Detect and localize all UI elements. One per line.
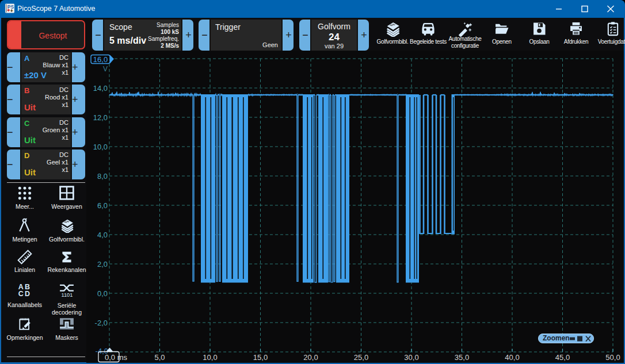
svg-text:6,0: 6,0 <box>97 201 108 210</box>
svg-text:PS: PS <box>7 4 14 10</box>
svg-text:15,0: 15,0 <box>253 353 268 362</box>
svg-text:16,0: 16,0 <box>93 55 108 64</box>
svg-text:4,0: 4,0 <box>97 231 108 239</box>
svg-text:25,0: 25,0 <box>354 353 368 362</box>
svg-text:14,0: 14,0 <box>93 84 108 93</box>
svg-text:40,0: 40,0 <box>505 353 519 362</box>
svg-text:12,0: 12,0 <box>93 113 108 122</box>
svg-text:10,0: 10,0 <box>93 143 108 151</box>
svg-text:-2,0: -2,0 <box>95 319 108 327</box>
svg-text:0,0 ms: 0,0 ms <box>105 353 128 362</box>
svg-text:8,0: 8,0 <box>97 172 108 181</box>
svg-text:CD: CD <box>18 290 31 298</box>
svg-text:20,0: 20,0 <box>303 353 318 362</box>
svg-text:1101: 1101 <box>62 292 73 297</box>
svg-text:45,0: 45,0 <box>555 353 570 362</box>
svg-text:2,0: 2,0 <box>97 260 108 269</box>
svg-text:35,0: 35,0 <box>455 353 469 362</box>
svg-text:5,0: 5,0 <box>154 353 165 362</box>
svg-text:30,0: 30,0 <box>404 353 418 362</box>
svg-text:50,0: 50,0 <box>605 353 620 362</box>
svg-text:10,0: 10,0 <box>203 353 217 362</box>
svg-text:V: V <box>103 65 108 73</box>
svg-text:0,0: 0,0 <box>97 289 108 298</box>
